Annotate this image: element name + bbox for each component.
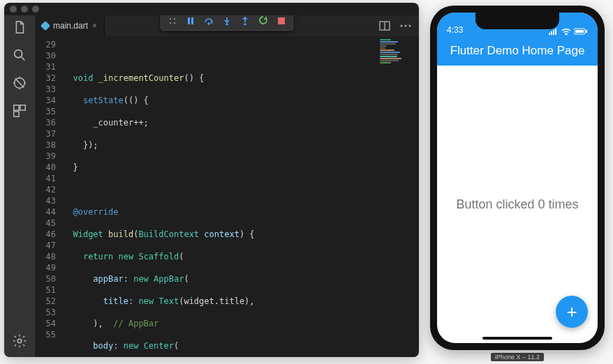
svg-point-5 [17, 339, 22, 343]
restart-icon[interactable] [255, 15, 272, 28]
svg-rect-4 [14, 112, 19, 116]
svg-point-6 [170, 18, 171, 20]
code-line: void void _incrementCounter() {_incremen… [63, 73, 419, 84]
step-out-icon[interactable] [237, 15, 253, 28]
svg-point-7 [170, 22, 171, 24]
wifi-icon [561, 28, 571, 35]
plus-icon: + [566, 301, 577, 323]
code-line: ), // AppBar [63, 318, 419, 329]
svg-rect-15 [278, 17, 285, 24]
window-titlebar [4, 3, 419, 15]
activity-bar [4, 15, 35, 357]
window-minimize[interactable] [21, 6, 28, 13]
settings-gear-icon[interactable] [12, 333, 27, 349]
code-editor[interactable]: 29 30 31 32 33 34 35 36 37 38 39 40 41 4… [35, 36, 419, 357]
svg-point-0 [15, 50, 22, 58]
code-line: } [63, 162, 419, 173]
minimap[interactable] [377, 36, 419, 357]
svg-point-8 [174, 18, 175, 20]
step-over-icon[interactable] [200, 15, 217, 28]
svg-point-13 [226, 24, 228, 25]
svg-rect-10 [188, 17, 190, 24]
svg-rect-20 [549, 33, 550, 35]
more-actions-icon[interactable] [399, 20, 412, 32]
simulator-device-label: iPhone X – 11.2 [491, 353, 544, 361]
window-close[interactable] [10, 6, 17, 13]
code-line: Widget build(BuildContext context) { [63, 229, 419, 240]
svg-point-18 [405, 25, 407, 27]
code-line: _counter++; [63, 117, 419, 128]
iphone-frame: 4:33 Flutter Demo Home Page Button click… [430, 6, 605, 350]
svg-rect-2 [14, 105, 19, 110]
pause-icon[interactable] [182, 15, 199, 28]
editor-main: main.dart — app main.dart × [35, 15, 419, 357]
code-line: body: new Center( [63, 340, 419, 351]
home-indicator[interactable] [482, 337, 552, 340]
svg-point-9 [174, 22, 175, 24]
code-line: title: new Text(widget.title), [63, 296, 419, 307]
notch [475, 13, 559, 29]
vscode-window: main.dart — app main.dart × [4, 3, 419, 357]
svg-point-19 [409, 25, 411, 27]
svg-rect-27 [586, 30, 587, 33]
drag-handle-icon[interactable] [164, 15, 181, 28]
svg-point-12 [208, 23, 209, 24]
code-content[interactable]: void void _incrementCounter() {_incremen… [63, 36, 419, 357]
app-bar: Flutter Demo Home Page [437, 36, 598, 66]
code-line: @override [63, 206, 419, 218]
code-line: appBar: new AppBar( [63, 273, 419, 285]
simulator-panel: 4:33 Flutter Demo Home Page Button click… [426, 3, 609, 361]
svg-point-24 [566, 33, 567, 35]
code-line: setState(() { [63, 95, 419, 106]
extensions-icon[interactable] [12, 103, 27, 119]
code-line: return new Scaffold( [63, 251, 419, 262]
debug-toolbar [161, 15, 293, 31]
svg-rect-3 [20, 105, 25, 110]
status-time: 4:33 [447, 25, 463, 35]
debug-icon[interactable] [12, 75, 27, 91]
floating-action-button[interactable]: + [556, 296, 588, 328]
code-line [63, 50, 419, 61]
battery-icon [574, 28, 588, 35]
svg-rect-21 [551, 31, 552, 35]
svg-point-17 [401, 25, 403, 27]
dart-file-icon [40, 21, 50, 31]
code-line [63, 184, 419, 195]
svg-point-14 [244, 24, 246, 25]
stop-icon[interactable] [273, 15, 290, 28]
step-into-icon[interactable] [219, 15, 235, 28]
svg-rect-22 [553, 30, 554, 35]
tab-label: main.dart [53, 21, 88, 31]
svg-rect-11 [191, 17, 193, 24]
explorer-icon[interactable] [12, 20, 27, 35]
appbar-title: Flutter Demo Home Page [450, 44, 585, 58]
counter-text: Button clicked 0 times [456, 197, 578, 212]
search-icon[interactable] [12, 47, 27, 63]
svg-rect-23 [555, 29, 556, 35]
phone-screen[interactable]: 4:33 Flutter Demo Home Page Button click… [437, 13, 598, 343]
split-editor-icon[interactable] [378, 20, 391, 32]
tab-close-icon[interactable]: × [92, 21, 97, 31]
svg-rect-26 [575, 30, 584, 33]
code-line: }); [63, 139, 419, 151]
tab-main-dart[interactable]: main.dart × [35, 15, 105, 36]
window-zoom[interactable] [32, 6, 39, 13]
line-number-gutter: 29 30 31 32 33 34 35 36 37 38 39 40 41 4… [35, 36, 63, 357]
